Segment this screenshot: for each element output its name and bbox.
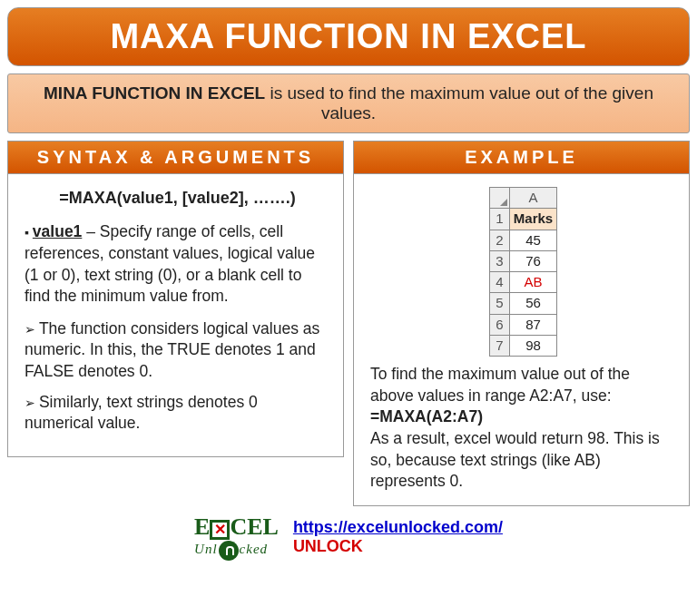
cell-value-text: AB xyxy=(509,272,556,293)
syntax-note: The function considers logical values as… xyxy=(25,318,330,383)
col-header-a: A xyxy=(509,188,556,209)
intro-description: MINA FUNCTION IN EXCEL is used to find t… xyxy=(7,73,690,133)
example-body: A 1Marks 245 376 4AB 556 687 798 To find… xyxy=(353,174,690,506)
footer-links: https://excelunlocked.com/ UNLOCK xyxy=(293,518,503,556)
row-num: 4 xyxy=(489,272,509,293)
syntax-header: SYNTAX & ARGUMENTS xyxy=(7,141,344,174)
footer-tag: UNLOCK xyxy=(293,537,363,555)
syntax-column: SYNTAX & ARGUMENTS =MAXA(value1, [value2… xyxy=(7,141,344,506)
example-text-1: To find the maximum value out of the abo… xyxy=(370,364,676,406)
row-num: 5 xyxy=(489,293,509,314)
row-num: 6 xyxy=(489,314,509,335)
cell-value: 45 xyxy=(509,230,556,250)
cell-value: 98 xyxy=(509,335,556,356)
syntax-body: =MAXA(value1, [value2], …….) value1 – Sp… xyxy=(7,174,344,457)
logo-subtitle: Unlcked xyxy=(194,541,279,561)
site-link[interactable]: https://excelunlocked.com/ xyxy=(293,518,503,536)
syntax-arg-item: value1 – Specify range of cells, cell re… xyxy=(25,221,330,308)
page-title-banner: MAXA FUNCTION IN EXCEL xyxy=(7,7,690,66)
syntax-note: Similarly, text strings denotes 0 numeri… xyxy=(25,392,330,435)
row-num: 1 xyxy=(489,209,509,230)
cell-marks-header: Marks xyxy=(509,209,556,230)
row-num: 7 xyxy=(489,335,509,356)
lock-icon xyxy=(219,541,239,561)
intro-strong: MINA FUNCTION IN EXCEL xyxy=(44,83,265,103)
cell-value: 76 xyxy=(509,250,556,271)
logo-x-icon: ✕ xyxy=(210,520,230,540)
example-text-2: As a result, excel would return 98. This… xyxy=(370,428,676,493)
intro-rest: is used to find the maximum value out of… xyxy=(265,83,653,122)
example-formula: =MAXA(A2:A7) xyxy=(370,406,676,428)
example-spreadsheet: A 1Marks 245 376 4AB 556 687 798 xyxy=(489,187,557,357)
arg-name: value1 xyxy=(33,222,82,240)
syntax-formula: =MAXA(value1, [value2], …….) xyxy=(25,187,330,209)
cell-value: 56 xyxy=(509,293,556,314)
row-num: 3 xyxy=(489,250,509,271)
page-title: MAXA FUNCTION IN EXCEL xyxy=(8,17,689,56)
brand-logo: E✕CEL Unlcked xyxy=(194,513,279,561)
table-corner xyxy=(489,188,509,209)
logo-cel: CEL xyxy=(230,513,278,540)
logo-e: E xyxy=(194,513,210,540)
example-header: EXAMPLE xyxy=(353,141,690,174)
syntax-notes-list: The function considers logical values as… xyxy=(25,318,330,435)
row-num: 2 xyxy=(489,230,509,250)
cell-value: 87 xyxy=(509,314,556,335)
footer: E✕CEL Unlcked https://excelunlocked.com/… xyxy=(7,513,690,561)
example-column: EXAMPLE A 1Marks 245 376 4AB 556 687 798… xyxy=(353,141,690,506)
